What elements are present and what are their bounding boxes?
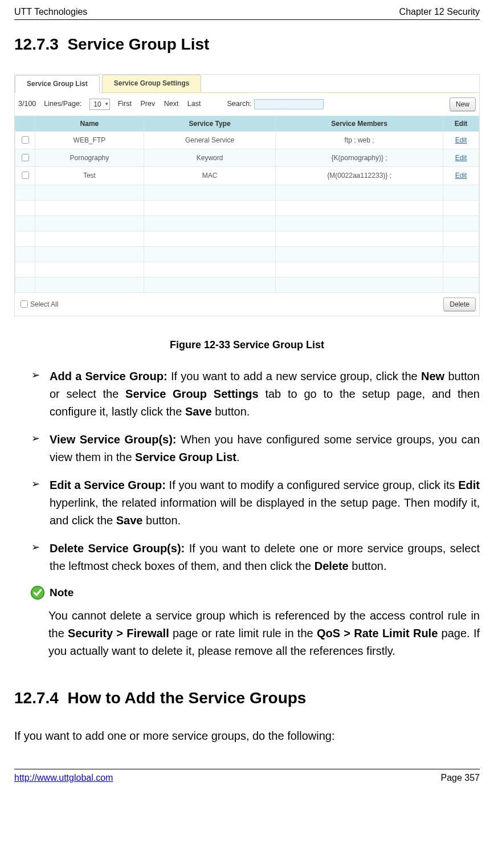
search-input[interactable]: [254, 99, 324, 109]
row-count: 3/100: [18, 99, 36, 109]
list-item: Delete Service Group(s): If you want to …: [31, 540, 480, 575]
lines-per-page-select[interactable]: 10: [89, 99, 109, 110]
list-toolbar: 3/100 Lines/Page: 10 First Prev Next Las…: [15, 93, 479, 116]
edit-link[interactable]: Edit: [455, 154, 467, 162]
tab-service-group-settings[interactable]: Service Group Settings: [102, 75, 202, 92]
table-row: Pornography Keyword {K(pornography)} ; E…: [15, 149, 479, 167]
delete-button[interactable]: Delete: [443, 298, 476, 311]
select-all-checkbox[interactable]: [21, 300, 28, 308]
edit-link[interactable]: Edit: [455, 172, 467, 180]
note-body: You cannot delete a service group which …: [48, 607, 480, 660]
col-checkbox: [15, 116, 35, 131]
edit-link[interactable]: Edit: [455, 136, 467, 144]
pager-last[interactable]: Last: [187, 100, 201, 108]
pager-next[interactable]: Next: [164, 100, 179, 108]
footer-url[interactable]: http://www.uttglobal.com: [14, 772, 113, 784]
col-members: Service Members: [276, 116, 443, 131]
table-row: WEB_FTP General Service ftp ; web ; Edit: [15, 131, 479, 149]
select-all-label: Select All: [30, 300, 58, 309]
section2-intro: If you want to add one or more service g…: [14, 728, 480, 744]
pager: First Prev Next Last: [118, 99, 208, 109]
list-item: Add a Service Group: If you want to add …: [31, 368, 480, 421]
table-row: Test MAC {M(0022aa112233)} ; Edit: [15, 167, 479, 185]
col-edit: Edit: [443, 116, 479, 131]
service-group-table: Name Service Type Service Members Edit W…: [15, 116, 479, 293]
header-right: Chapter 12 Security: [399, 6, 480, 18]
row-checkbox[interactable]: [22, 154, 29, 161]
section-heading-2: 12.7.4 How to Add the Service Groups: [14, 687, 480, 709]
list-item: View Service Group(s): When you have con…: [31, 431, 480, 466]
pager-prev[interactable]: Prev: [140, 100, 155, 108]
col-type: Service Type: [144, 116, 275, 131]
check-icon: [30, 585, 45, 600]
page-header: UTT Technologies Chapter 12 Security: [14, 6, 480, 20]
page-number: Page 357: [440, 772, 480, 784]
header-left: UTT Technologies: [14, 6, 87, 18]
table-footer: Select All Delete: [15, 293, 479, 316]
list-item: Edit a Service Group: If you want to mod…: [31, 476, 480, 529]
new-button[interactable]: New: [450, 97, 476, 111]
figure-screenshot: Service Group List Service Group Setting…: [14, 74, 480, 316]
row-checkbox[interactable]: [22, 136, 29, 144]
pager-first[interactable]: First: [118, 100, 132, 108]
note-header: Note: [30, 585, 480, 600]
figure-caption: Figure 12-33 Service Group List: [14, 338, 480, 352]
instruction-list: Add a Service Group: If you want to add …: [14, 368, 480, 575]
col-name: Name: [35, 116, 144, 131]
lines-per-page-label: Lines/Page:: [44, 99, 81, 109]
tab-service-group-list[interactable]: Service Group List: [15, 75, 100, 92]
row-checkbox[interactable]: [22, 172, 29, 179]
search-label: Search:: [227, 99, 251, 109]
tab-bar: Service Group List Service Group Setting…: [15, 75, 479, 92]
page-footer: http://www.uttglobal.com Page 357: [14, 769, 480, 784]
section-heading-1: 12.7.3 Service Group List: [14, 34, 480, 55]
note-label: Note: [50, 585, 74, 600]
